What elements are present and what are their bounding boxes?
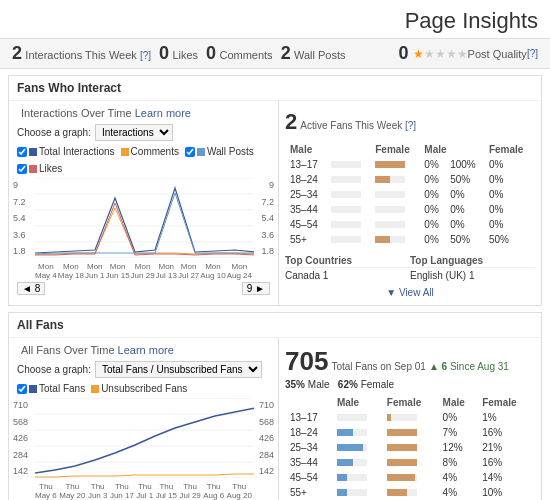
- graph-select[interactable]: Interactions: [95, 124, 173, 141]
- post-quality-stat: 0 ★★★★★ Post Quality [?]: [399, 43, 538, 64]
- table-row: 35–44 8% 16%: [287, 456, 533, 469]
- all-fans-demo-female-header: Female: [384, 396, 438, 409]
- all-fans-age-header: [287, 396, 332, 409]
- view-all-interact[interactable]: ▼ View All: [285, 284, 535, 301]
- all-fans-chart-svg: [35, 398, 254, 478]
- legend-likes-checkbox[interactable]: [17, 164, 27, 174]
- legend-wallposts: Wall Posts: [185, 146, 254, 157]
- all-fans-learn-more[interactable]: Learn more: [118, 344, 174, 356]
- since-label: Since Aug 31: [450, 361, 509, 372]
- prev-btn[interactable]: ◄ 8: [17, 282, 45, 295]
- demo-female-header: Female: [372, 143, 419, 156]
- all-fans-section: All Fans All Fans Over Time Learn more C…: [8, 312, 542, 500]
- likes-label: Likes: [172, 49, 198, 61]
- legend-total-checkbox[interactable]: [17, 147, 27, 157]
- all-fans-chart-panel: All Fans Over Time Learn more Choose a g…: [9, 338, 279, 500]
- total-fans-num: 705: [285, 346, 328, 377]
- legend-unsub-fans: Unsubscribed Fans: [91, 383, 187, 394]
- all-fans-body: All Fans Over Time Learn more Choose a g…: [9, 338, 541, 500]
- legend-total-fans: Total Fans: [17, 383, 85, 394]
- interactions-num: 2: [12, 43, 22, 63]
- top-countries-header: Top Countries: [285, 255, 410, 268]
- interactions-chart-svg: [35, 178, 254, 258]
- table-row: 55+ 0% 50% 50%: [287, 233, 533, 246]
- legend-wallposts-box: [197, 148, 205, 156]
- all-fans-title: All Fans: [9, 313, 541, 338]
- legend-total-label: Total Interactions: [39, 146, 115, 157]
- demographics-table: Male Female Male Female 13–17 0% 100% 0%: [285, 141, 535, 248]
- legend-comments-box: [121, 148, 129, 156]
- y-axis-left: 9 7.2 5.4 3.6 1.8: [13, 178, 35, 258]
- legend-wallposts-checkbox[interactable]: [185, 147, 195, 157]
- table-row: 13–17 0% 100% 0%: [287, 158, 533, 171]
- top-language-item: English (UK) 1: [410, 270, 535, 281]
- female-pct: 62%: [338, 379, 358, 390]
- comments-stat: 0 Comments: [206, 43, 273, 64]
- demo-male-header: Male: [287, 143, 370, 156]
- top-languages-header: Top Languages: [410, 255, 535, 268]
- legend-total-fans-label: Total Fans: [39, 383, 85, 394]
- active-fans-link[interactable]: [?]: [405, 120, 416, 131]
- fans-who-interact-title: Fans Who Interact: [9, 76, 541, 101]
- comments-num: 0: [206, 43, 216, 63]
- active-fans-header: 2 Active Fans This Week [?]: [285, 105, 535, 137]
- total-fans-label: Total Fans on Sep 01: [331, 361, 426, 372]
- all-fans-demographics-panel: 705 Total Fans on Sep 01 ▲ 6 Since Aug 3…: [279, 338, 541, 500]
- since-num: 6: [442, 361, 448, 372]
- likes-num: 0: [159, 43, 169, 63]
- all-fans-y-left: 710 568 426 284 142: [13, 398, 35, 478]
- chart-svg-container: [35, 178, 254, 260]
- legend-likes-label: Likes: [39, 163, 62, 174]
- star-rating: ★★★★★: [413, 47, 468, 61]
- male-pct: 35%: [285, 379, 305, 390]
- graph-controls: Choose a graph: Interactions: [13, 121, 274, 144]
- post-quality-link[interactable]: [?]: [527, 48, 538, 59]
- legend-total-fans-checkbox[interactable]: [17, 384, 27, 394]
- top-country-item: Canada 1: [285, 270, 410, 281]
- legend-wallposts-label: Wall Posts: [207, 146, 254, 157]
- page-header: Page Insights: [0, 0, 550, 39]
- all-fans-legend: Total Fans Unsubscribed Fans: [13, 381, 274, 396]
- interactions-demographics-panel: 2 Active Fans This Week [?] Male Female …: [279, 101, 541, 305]
- legend-total-fans-box: [29, 385, 37, 393]
- legend-unsub-fans-label: Unsubscribed Fans: [101, 383, 187, 394]
- top-countries: Top Countries Canada 1: [285, 255, 410, 281]
- legend-unsub-fans-box: [91, 385, 99, 393]
- legend-likes-box: [29, 165, 37, 173]
- page-title: Page Insights: [405, 8, 538, 33]
- interactions-stat: 2 Interactions This Week [?]: [12, 43, 151, 64]
- legend-likes: Likes: [17, 163, 62, 174]
- wallposts-num: 2: [281, 43, 291, 63]
- interactions-learn-more[interactable]: Learn more: [135, 107, 191, 119]
- fans-who-interact-section: Fans Who Interact Interactions Over Time…: [8, 75, 542, 306]
- fans-who-interact-body: Interactions Over Time Learn more Choose…: [9, 101, 541, 305]
- since-indicator: ▲ 6 Since Aug 31: [429, 361, 509, 372]
- y-axis-right: 9 7.2 5.4 3.6 1.8: [254, 178, 274, 258]
- table-row: 45–54 0% 0% 0%: [287, 218, 533, 231]
- all-fans-male-pct-header: Male: [440, 396, 478, 409]
- all-fans-gender: 35% Male 62% Female: [285, 379, 535, 390]
- all-fans-graph-select[interactable]: Total Fans / Unsubscribed Fans: [95, 361, 262, 378]
- likes-stat: 0 Likes: [159, 43, 198, 64]
- all-fans-y-right: 710 568 426 284 142: [254, 398, 274, 478]
- legend-total: Total Interactions: [17, 146, 115, 157]
- chart-legend: Total Interactions Comments Wall Posts L…: [13, 144, 274, 176]
- table-row: 18–24 0% 50% 0%: [287, 173, 533, 186]
- table-row: 18–24 7% 16%: [287, 426, 533, 439]
- legend-total-box: [29, 148, 37, 156]
- all-fans-demographics-table: Male Female Male Female 13–17 0% 1% 18–2…: [285, 394, 535, 500]
- top-countries-languages: Top Countries Canada 1 Top Languages Eng…: [285, 252, 535, 284]
- interactions-link[interactable]: [?]: [140, 50, 151, 61]
- table-row: 55+ 4% 10%: [287, 486, 533, 499]
- all-fans-female-pct-header: Female: [479, 396, 533, 409]
- demo-male-pct-header: Male: [421, 143, 484, 156]
- table-row: 35–44 0% 0% 0%: [287, 203, 533, 216]
- table-row: 25–34 12% 21%: [287, 441, 533, 454]
- wallposts-stat: 2 Wall Posts: [281, 43, 346, 64]
- total-fans-header: 705 Total Fans on Sep 01 ▲ 6 Since Aug 3…: [285, 342, 535, 379]
- legend-comments-label: Comments: [131, 146, 179, 157]
- next-btn[interactable]: 9 ►: [242, 282, 270, 295]
- all-fans-chart-svg-container: [35, 398, 254, 480]
- interactions-label: Interactions This Week: [25, 49, 140, 61]
- post-quality-label: Post Quality: [468, 48, 527, 60]
